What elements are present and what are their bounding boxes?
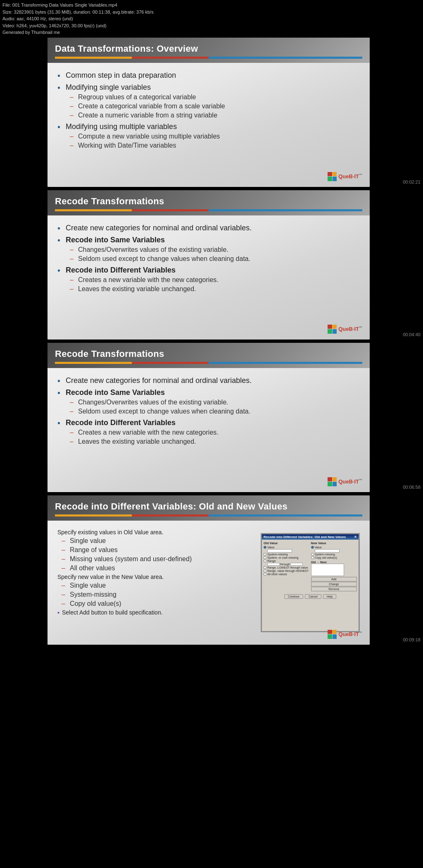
bar-yellow xyxy=(55,209,132,211)
list-item: Specify new value in the New Value area.… xyxy=(57,574,254,607)
slide-1: Data Transformations: Overview Common st… xyxy=(48,38,370,187)
slide-4: Recode into Different Variables: Old and… xyxy=(48,495,370,645)
logo-text: QueB·IT™ xyxy=(338,173,362,179)
sub-list: Single value Range of values Missing val… xyxy=(62,537,254,572)
slide-1-wrapper: Data Transformations: Overview Common st… xyxy=(0,38,423,187)
slide-4-bullet-list: Specify existing values in Old Value are… xyxy=(57,529,254,616)
logo-cubes xyxy=(328,172,337,181)
list-item: Modifying single variables Regroup value… xyxy=(57,83,360,119)
color-bar-2 xyxy=(55,209,362,211)
slide-2-header: Recode Transformations xyxy=(48,190,370,215)
list-item: Creates a new variable with the new cate… xyxy=(70,429,360,436)
slide-2-bullet-list: Create new categories for nominal and or… xyxy=(57,224,360,293)
logo-1: QueB·IT™ xyxy=(328,172,362,181)
slide-1-title: Data Transformations: Overview xyxy=(55,43,362,54)
slide-1-body: Common step in data preparation Modifyin… xyxy=(48,63,370,187)
sub-list: Single value System-missing Copy old val… xyxy=(62,582,254,607)
list-item: System-missing xyxy=(62,591,254,598)
list-item: Create a numeric variable from a string … xyxy=(70,112,360,119)
logo-3: QueB·IT™ xyxy=(328,477,362,486)
list-item: Single value xyxy=(62,537,254,545)
slide-2-body: Create new categories for nominal and or… xyxy=(48,215,370,340)
list-item: Leaves the existing variable unchanged. xyxy=(70,438,360,445)
list-item: Recode into Different Variables Creates … xyxy=(57,266,360,293)
spss-dialog-screenshot: Recode into Different Variables: Old and… xyxy=(261,533,360,632)
list-item: Range of values xyxy=(62,546,254,554)
list-item: Recode into Same Variables Changes/Overw… xyxy=(57,236,360,263)
logo-cubes xyxy=(328,630,337,639)
list-item: Seldom used except to change values when… xyxy=(70,255,360,263)
timestamp-3: 00:06:58 xyxy=(403,485,421,490)
list-item: Create a categorical variable from a sca… xyxy=(70,103,360,110)
slide-3: Recode Transformations Create new catego… xyxy=(48,343,370,492)
slide-2-title: Recode Transformations xyxy=(55,196,362,207)
logo-text: QueB·IT™ xyxy=(338,326,362,332)
slide-3-wrapper: Recode Transformations Create new catego… xyxy=(0,343,423,492)
bar-yellow xyxy=(55,57,132,59)
list-item: Changes/Overwrites values of the existin… xyxy=(70,246,360,253)
slide-2: Recode Transformations Create new catego… xyxy=(48,190,370,340)
logo-cubes xyxy=(328,325,337,334)
list-item: Leaves the existing variable unchanged. xyxy=(70,285,360,293)
slide-1-bullet-list: Common step in data preparation Modifyin… xyxy=(57,71,360,149)
sub-list: Changes/Overwrites values of the existin… xyxy=(70,246,360,263)
slide-4-header: Recode into Different Variables: Old and… xyxy=(48,495,370,521)
bar-yellow xyxy=(55,514,132,516)
sub-list: Compute a new variable using multiple va… xyxy=(70,133,360,149)
bar-blue xyxy=(209,57,362,59)
list-item: Recode into Different Variables Creates … xyxy=(57,418,360,445)
slide-4-text: Specify existing values in Old Value are… xyxy=(57,529,254,632)
slide-4-body: Specify existing values in Old Value are… xyxy=(48,521,370,645)
bar-red xyxy=(132,362,209,364)
logo-text: QueB·IT™ xyxy=(338,478,362,485)
logo-2: QueB·IT™ xyxy=(328,325,362,334)
list-item: Copy old value(s) xyxy=(62,600,254,607)
list-item: All other values xyxy=(62,564,254,572)
timestamp-4: 00:09:18 xyxy=(403,637,421,642)
list-item: Create new categories for nominal and or… xyxy=(57,224,360,232)
bar-blue xyxy=(209,362,362,364)
slide-3-bullet-list: Create new categories for nominal and or… xyxy=(57,376,360,445)
timestamp-1: 00:02:21 xyxy=(403,179,421,184)
logo-text: QueB·IT™ xyxy=(338,631,362,637)
bar-blue xyxy=(209,209,362,211)
list-item: Common step in data preparation xyxy=(57,71,360,80)
slide-1-header: Data Transformations: Overview xyxy=(48,38,370,63)
slide-2-wrapper: Recode Transformations Create new catego… xyxy=(0,190,423,340)
sub-list: Regroup values of a categorical variable… xyxy=(70,93,360,119)
file-info: File: 001 Transforming Data Values Singl… xyxy=(0,0,423,38)
sub-list: Creates a new variable with the new cate… xyxy=(70,276,360,293)
list-item: Recode into Same Variables Changes/Overw… xyxy=(57,388,360,415)
list-item: Changes/Overwrites values of the existin… xyxy=(70,399,360,406)
list-item: Missing values (system and user-defined) xyxy=(62,555,254,563)
list-item: Creates a new variable with the new cate… xyxy=(70,276,360,284)
slide-3-header: Recode Transformations xyxy=(48,343,370,368)
bar-red xyxy=(132,514,209,516)
slide-4-title: Recode into Different Variables: Old and… xyxy=(55,501,362,512)
logo-cubes xyxy=(328,477,337,486)
slide-3-title: Recode Transformations xyxy=(55,349,362,359)
list-item: Working with Date/Time variables xyxy=(70,142,360,149)
bar-blue xyxy=(209,514,362,516)
sub-list: Changes/Overwrites values of the existin… xyxy=(70,399,360,415)
timestamp-2: 00:04:40 xyxy=(403,332,421,337)
color-bar-3 xyxy=(55,362,362,364)
bar-red xyxy=(132,57,209,59)
list-item: Regroup values of a categorical variable xyxy=(70,93,360,101)
slide-3-body: Create new categories for nominal and or… xyxy=(48,368,370,492)
slide-4-wrapper: Recode into Different Variables: Old and… xyxy=(0,495,423,645)
list-item: Create new categories for nominal and or… xyxy=(57,376,360,385)
list-item: Compute a new variable using multiple va… xyxy=(70,133,360,140)
list-item: Specify existing values in Old Value are… xyxy=(57,529,254,572)
list-item: Modifying using multiple variables Compu… xyxy=(57,122,360,149)
sub-list: Creates a new variable with the new cate… xyxy=(70,429,360,445)
bar-red xyxy=(132,209,209,211)
color-bar-4 xyxy=(55,514,362,516)
color-bar-1 xyxy=(55,57,362,59)
logo-4: QueB·IT™ xyxy=(328,630,362,639)
list-item: Single value xyxy=(62,582,254,589)
bar-yellow xyxy=(55,362,132,364)
list-item: Seldom used except to change values when… xyxy=(70,408,360,415)
list-item: ▪Select Add button to build specificatio… xyxy=(57,609,254,616)
